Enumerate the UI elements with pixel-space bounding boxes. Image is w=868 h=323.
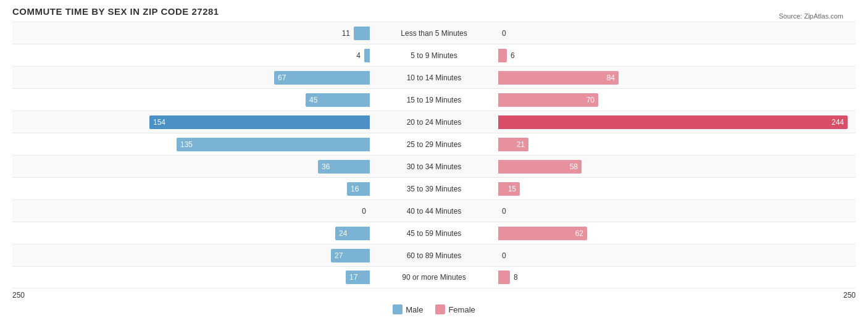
category-label: 25 to 29 Minutes	[372, 140, 496, 149]
legend-male-label: Male	[406, 305, 423, 314]
left-section: 0	[12, 200, 372, 222]
left-section: 36	[12, 156, 372, 177]
male-value: 16	[351, 185, 359, 193]
male-bar: 24	[335, 227, 370, 240]
table-row: 135 25 to 29 Minutes 21	[12, 133, 856, 155]
male-value: 24	[339, 229, 347, 238]
female-bar-wrapper: 62	[498, 227, 856, 240]
male-bar-wrapper: 36	[12, 160, 370, 174]
row-inner: 11 Less than 5 Minutes 0	[12, 22, 856, 44]
female-bar-wrapper: 0	[498, 27, 856, 40]
male-bar-wrapper: 27	[12, 249, 370, 262]
category-label: 5 to 9 Minutes	[372, 51, 496, 60]
male-bar-wrapper: 11	[12, 27, 370, 40]
female-bar-wrapper: 21	[498, 138, 856, 151]
female-value: 0	[502, 29, 506, 38]
row-inner: 135 25 to 29 Minutes 21	[12, 133, 856, 155]
female-value: 62	[575, 229, 583, 238]
male-bar: 135	[177, 138, 370, 151]
legend-female-box	[435, 304, 445, 314]
male-bar	[354, 27, 370, 40]
female-value: 21	[517, 140, 525, 149]
female-bar-wrapper: 58	[498, 160, 856, 174]
female-value: 0	[502, 207, 506, 216]
female-value: 8	[514, 273, 518, 282]
female-bar-wrapper: 0	[498, 249, 856, 262]
male-bar-wrapper: 16	[12, 182, 370, 196]
male-bar-wrapper: 17	[12, 271, 370, 284]
female-value: 6	[511, 51, 515, 60]
right-section: 70	[496, 89, 856, 111]
right-section: 62	[496, 222, 856, 244]
right-section: 0	[496, 245, 856, 266]
male-bar-wrapper: 154	[12, 115, 370, 129]
male-value: 36	[322, 162, 330, 171]
male-bar: 27	[331, 249, 370, 262]
left-section: 11	[12, 22, 372, 44]
left-section: 135	[12, 133, 372, 155]
male-bar-wrapper: 0	[12, 204, 370, 218]
right-section: 21	[496, 133, 856, 155]
axis-right: 250	[843, 291, 856, 300]
table-row: 27 60 to 89 Minutes 0	[12, 244, 856, 266]
row-inner: 45 15 to 19 Minutes 70	[12, 89, 856, 111]
female-bar: 21	[498, 138, 528, 151]
female-value: 244	[832, 118, 844, 127]
table-row: 154 20 to 24 Minutes 244	[12, 111, 856, 133]
male-bar-wrapper: 67	[12, 71, 370, 85]
legend: Male Female	[12, 304, 856, 314]
male-value: 154	[153, 118, 165, 127]
female-bar: 15	[498, 182, 520, 196]
axis-left: 250	[12, 291, 25, 300]
right-section: 58	[496, 156, 856, 177]
male-value: 11	[342, 29, 350, 38]
category-label: 10 to 14 Minutes	[372, 73, 496, 82]
left-section: 24	[12, 222, 372, 244]
male-bar: 154	[149, 115, 370, 129]
left-section: 45	[12, 89, 372, 111]
legend-male-box	[393, 304, 403, 314]
right-section: 0	[496, 200, 856, 222]
category-label: 30 to 34 Minutes	[372, 162, 496, 171]
female-value: 0	[502, 251, 506, 260]
category-label: 45 to 59 Minutes	[372, 229, 496, 238]
male-bar-wrapper: 24	[12, 227, 370, 240]
male-value: 135	[180, 140, 193, 149]
male-bar: 16	[347, 182, 370, 196]
table-row: 16 35 to 39 Minutes 15	[12, 177, 856, 199]
category-label: 35 to 39 Minutes	[372, 185, 496, 193]
male-bar-wrapper: 4	[12, 49, 370, 62]
row-inner: 154 20 to 24 Minutes 244	[12, 111, 856, 133]
female-bar-wrapper: 15	[498, 182, 856, 196]
row-inner: 67 10 to 14 Minutes 84	[12, 67, 856, 88]
table-row: 36 30 to 34 Minutes 58	[12, 155, 856, 177]
male-value: 0	[362, 207, 366, 216]
female-bar: 84	[498, 71, 619, 85]
legend-male: Male	[393, 304, 423, 314]
male-bar: 17	[346, 271, 370, 284]
male-bar: 67	[274, 71, 370, 85]
female-bar-wrapper: 84	[498, 71, 856, 85]
table-row: 24 45 to 59 Minutes 62	[12, 222, 856, 244]
chart-container: 11 Less than 5 Minutes 0 4	[12, 22, 856, 314]
female-bar-wrapper: 70	[498, 93, 856, 107]
female-bar: 58	[498, 160, 582, 174]
female-bar-wrapper: 6	[498, 49, 856, 62]
male-bar-wrapper: 45	[12, 93, 370, 107]
row-inner: 16 35 to 39 Minutes 15	[12, 178, 856, 199]
row-inner: 24 45 to 59 Minutes 62	[12, 222, 856, 244]
male-bar: 45	[306, 93, 370, 107]
female-value: 58	[570, 162, 578, 171]
row-inner: 17 90 or more Minutes 8	[12, 267, 856, 288]
left-section: 17	[12, 267, 372, 288]
female-bar	[498, 271, 510, 284]
category-label: 20 to 24 Minutes	[372, 118, 496, 127]
left-section: 27	[12, 245, 372, 266]
left-section: 4	[12, 44, 372, 66]
female-bar-wrapper: 8	[498, 271, 856, 284]
male-bar: 36	[318, 160, 370, 174]
female-bar-wrapper: 244	[498, 115, 856, 129]
female-bar: 244	[498, 115, 848, 129]
female-bar	[498, 49, 507, 62]
table-row: 45 15 to 19 Minutes 70	[12, 88, 856, 111]
